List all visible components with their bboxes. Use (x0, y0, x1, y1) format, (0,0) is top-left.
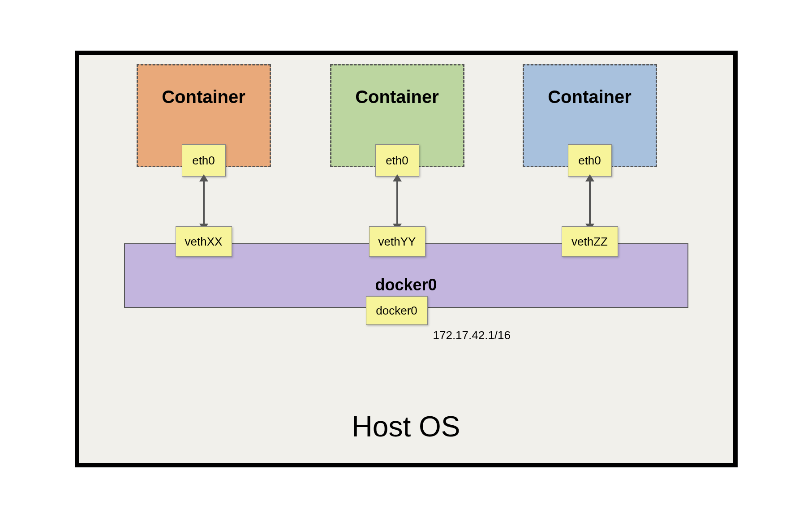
host-os-box: Container eth0 Container eth0 Container … (79, 55, 733, 463)
veth-label: vethZZ (571, 235, 608, 249)
veth-label: vethYY (378, 235, 416, 249)
container-box-3: Container eth0 (523, 64, 657, 167)
eth0-label: eth0 (192, 154, 215, 168)
docker0-iface-label: docker0 (376, 304, 417, 318)
container-title: Container (524, 87, 656, 107)
veth-box-1: vethXX (176, 226, 232, 257)
container-box-2: Container eth0 (330, 64, 464, 167)
veth-label: vethXX (185, 235, 223, 249)
container-box-1: Container eth0 (137, 64, 271, 167)
docker0-iface-box: docker0 (366, 296, 428, 325)
eth0-box: eth0 (375, 144, 419, 177)
eth0-box: eth0 (568, 144, 612, 177)
bridge-ip-label: 172.17.42.1/16 (433, 328, 511, 342)
container-title: Container (138, 87, 270, 107)
eth0-box: eth0 (182, 144, 226, 177)
veth-box-3: vethZZ (562, 226, 618, 257)
arrow-container1-veth (203, 180, 205, 225)
eth0-label: eth0 (386, 154, 408, 168)
arrow-container2-veth (396, 180, 398, 225)
arrow-container3-veth (589, 180, 591, 225)
veth-box-2: vethYY (369, 226, 425, 257)
host-title: Host OS (79, 410, 733, 443)
eth0-label: eth0 (578, 154, 601, 168)
diagram-frame: Container eth0 Container eth0 Container … (75, 51, 738, 467)
container-title: Container (331, 87, 463, 107)
